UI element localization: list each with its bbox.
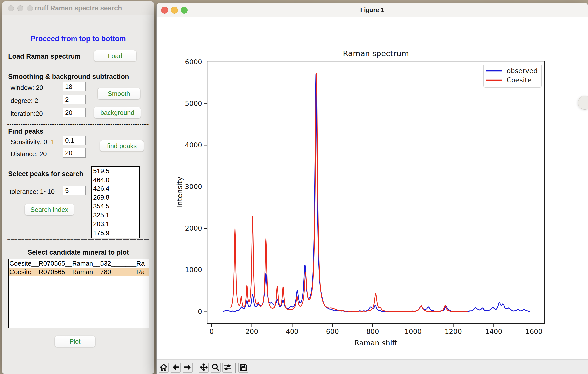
window-input[interactable] — [63, 82, 86, 91]
y-axis-label: Intensity — [175, 177, 184, 208]
select-peaks-heading: Select peaks for search — [8, 170, 83, 178]
series-observed — [223, 75, 530, 312]
desktop-background: rruff Raman spectra search Proceed from … — [0, 0, 588, 374]
pan-icon[interactable] — [199, 363, 209, 373]
y-tick-label: 4000 — [185, 141, 202, 149]
search-index-button[interactable]: Search index — [25, 204, 74, 215]
candidate-listbox[interactable]: Coesite__R070565__Raman__532_______RaCoe… — [8, 259, 149, 328]
load-section-label: Load Raman spectrum — [8, 53, 81, 60]
distance-label: Distance: 20 — [11, 150, 47, 158]
dashed-separator: ----------------------------------------… — [7, 65, 149, 72]
iteration-input[interactable] — [63, 108, 86, 117]
smooth-button[interactable]: Smooth — [97, 88, 140, 99]
peak-listbox[interactable]: 519.5464.0426.4269.8354.5325.1203.1175.9 — [91, 166, 140, 238]
peak-item[interactable]: 203.1 — [92, 220, 139, 229]
y-tick-label: 1000 — [185, 266, 202, 274]
chart-canvas[interactable]: 0200400600800100012001400160001000200030… — [157, 17, 588, 359]
plot-button[interactable]: Plot — [55, 336, 95, 347]
x-tick-label: 800 — [366, 328, 379, 335]
smoothing-heading: Smoothing & background subtraction — [8, 73, 129, 81]
window-label: window: 20 — [11, 84, 43, 92]
candidate-item[interactable]: Coesite__R070565__Raman__780_______Ra — [9, 268, 149, 276]
configure-subplots-icon[interactable] — [222, 363, 232, 373]
peak-item[interactable]: 426.4 — [92, 184, 139, 193]
background-button[interactable]: background — [94, 107, 141, 118]
x-tick-label: 1400 — [485, 328, 502, 335]
peak-item[interactable]: 464.0 — [92, 176, 139, 185]
peak-item[interactable]: 325.1 — [92, 211, 139, 220]
x-tick-label: 400 — [286, 328, 299, 335]
peak-item[interactable]: 175.9 — [92, 229, 139, 238]
y-tick-label: 0 — [198, 308, 202, 315]
x-tick-label: 0 — [209, 328, 214, 335]
chart-title: Raman spectrum — [343, 49, 409, 58]
home-icon[interactable] — [159, 363, 169, 373]
degree-label: degree: 2 — [11, 97, 38, 105]
candidate-item[interactable]: Coesite__R070565__Raman__532_______Ra — [9, 259, 149, 268]
legend-label: observed — [507, 67, 538, 75]
x-tick-label: 200 — [245, 328, 258, 335]
x-tick-label: 1200 — [445, 328, 462, 335]
instruction-text: Proceed from top to bottom — [2, 35, 154, 43]
back-icon[interactable] — [171, 363, 181, 373]
figure-window: Figure 1 0200400600800100012001400160001… — [156, 3, 588, 374]
x-tick-label: 1600 — [525, 328, 543, 335]
toolbar-separator — [235, 363, 236, 373]
figure-toolbar — [157, 359, 588, 374]
save-icon[interactable] — [238, 363, 248, 373]
figure-window-title: Figure 1 — [157, 3, 588, 17]
zoom-rect-icon[interactable] — [211, 363, 220, 373]
raman-spectrum-chart[interactable]: 0200400600800100012001400160001000200030… — [157, 17, 588, 359]
sensitivity-input[interactable] — [63, 136, 86, 145]
figure-titlebar: Figure 1 — [157, 3, 588, 17]
candidate-heading: Select candidate mineral to plot — [2, 249, 154, 256]
find-peaks-heading: Find peaks — [8, 128, 43, 135]
x-tick-label: 600 — [326, 328, 339, 335]
sensitivity-label: Sensitivity: 0~1 — [11, 138, 55, 146]
y-tick-label: 2000 — [185, 224, 202, 232]
x-tick-label: 1000 — [404, 328, 422, 335]
dashed-separator: ----------------------------------------… — [7, 120, 149, 127]
iteration-label: iteration:20 — [11, 110, 43, 118]
distance-input[interactable] — [63, 148, 86, 158]
axes-frame — [207, 61, 545, 324]
tolerance-input[interactable] — [63, 186, 86, 195]
peak-item[interactable]: 269.8 — [92, 193, 139, 202]
peak-item[interactable]: 519.5 — [92, 167, 139, 176]
load-button[interactable]: Load — [94, 50, 136, 62]
tolerance-label: tolerance: 1~10 — [10, 188, 55, 196]
find-peaks-button[interactable]: find peaks — [100, 140, 144, 152]
toolbar-separator — [196, 363, 196, 373]
double-separator: ========================================… — [7, 237, 149, 244]
y-tick-label: 3000 — [185, 183, 202, 190]
tool-window-titlebar: rruff Raman spectra search — [2, 1, 154, 15]
x-axis-label: Raman shift — [354, 339, 398, 347]
peak-item[interactable]: 354.5 — [92, 202, 139, 211]
forward-icon[interactable] — [183, 363, 193, 373]
tool-window: rruff Raman spectra search Proceed from … — [2, 1, 154, 374]
legend-label: Coesite — [507, 76, 532, 84]
y-tick-label: 5000 — [185, 100, 202, 107]
y-tick-label: 6000 — [185, 58, 202, 66]
tool-window-title: rruff Raman spectra search — [2, 1, 154, 15]
degree-input[interactable] — [63, 95, 86, 104]
